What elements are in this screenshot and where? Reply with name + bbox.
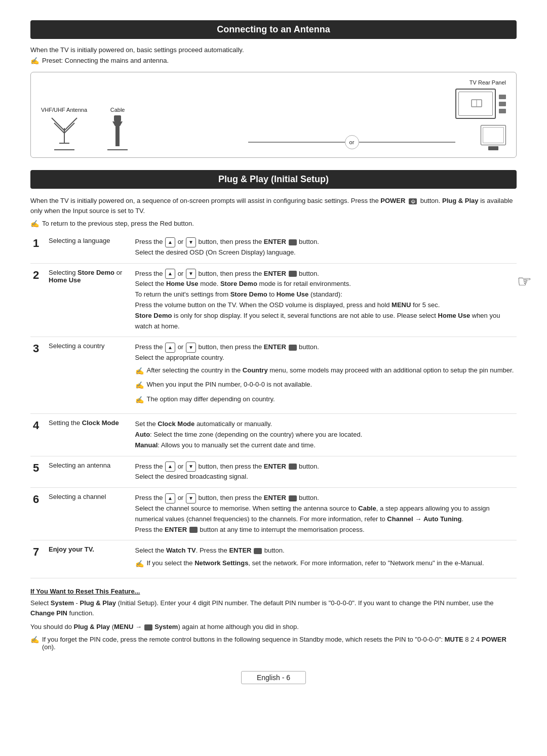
svg-marker-7 [112,121,123,126]
connection-area: or [248,135,455,150]
note-icon: ✍ [30,57,39,65]
vhf-antenna-item: VHF/UHF Antenna [41,107,87,150]
power-icon: ⏻ [408,198,417,205]
svg-line-2 [64,118,77,131]
svg-line-4 [64,123,74,133]
menu-icon [144,624,153,631]
svg-rect-16 [289,464,297,470]
diagram-container: VHF/UHF Antenna Cable [41,79,506,150]
small-tv-stand [488,146,498,150]
steps-table: 1 Selecting a language Press the ▲ or ▼ … [30,232,517,578]
step-3-content: Press the ▲ or ▼ button, then press the … [135,337,517,414]
svg-rect-13 [289,239,297,245]
plug-play-label: Plug & Play [442,197,479,204]
svg-rect-15 [289,345,297,351]
step-2-row: 2 Selecting Store Demo or Home Use Press… [30,263,517,337]
step-7-label: Enjoy your TV. [49,540,135,578]
tv-detail-icon [456,90,496,119]
svg-rect-19 [254,548,262,554]
down-btn-6: ▼ [186,493,196,503]
small-tv [481,125,506,145]
svg-rect-14 [289,271,297,277]
step-1-row: 1 Selecting a language Press the ▲ or ▼ … [30,232,517,263]
step-7-num: 7 [30,540,49,578]
step-4-num: 4 [30,414,49,456]
tv-rect [455,89,496,119]
enter-icon-5 [288,463,297,470]
step-2-label: Selecting Store Demo or Home Use [49,263,135,337]
footer-text: English - 6 [257,674,290,682]
step-4-content: Set the Clock Mode automatically or manu… [135,414,517,456]
step-1-num: 1 [30,232,49,263]
svg-rect-17 [289,495,297,501]
step3-note2: ✍ When you input the PIN number, 0-0-0-0… [135,380,517,391]
step-2-num: 2 [30,263,49,337]
step-5-num: 5 [30,456,49,488]
enter-icon-6 [288,495,297,502]
plug-note: ✍ To return to the previous step, press … [30,220,517,228]
step-3-label: Selecting a country [49,337,135,414]
step-7-content: Select the Watch TV. Press the ENTER but… [135,540,517,578]
step3-note3: ✍ The option may differ depending on cou… [135,394,517,405]
step-6-row: 6 Selecting a channel Press the ▲ or ▼ b… [30,488,517,540]
up-btn-3: ▲ [165,343,175,353]
antenna-group: VHF/UHF Antenna Cable [41,107,248,150]
tv-panel-group: TV Rear Panel [455,79,506,150]
power-btn-icon: ⏻ [407,197,420,204]
up-btn-6: ▲ [165,493,175,503]
reset-title: If You Want to Reset This Feature... [30,587,517,595]
antenna-section: Connecting to an Antenna When the TV is … [30,20,517,158]
down-btn-2: ▼ [186,269,196,279]
step-6-content: Press the ▲ or ▼ button, then press the … [135,488,517,540]
step-3-num: 3 [30,337,49,414]
plug-play-title: Plug & Play (Initial Setup) [30,170,517,189]
down-btn-icon: ▼ [186,237,196,247]
step-5-row: 5 Selecting an antenna Press the ▲ or ▼ … [30,456,517,488]
down-btn-3: ▼ [186,343,196,353]
step-4-row: 4 Setting the Clock Mode Set the Clock M… [30,414,517,456]
step7-note1: ✍ If you select the Network Settings, se… [135,558,517,569]
tv-port-1 [499,95,506,99]
tv-ports-side [499,95,506,113]
or-line-row: or [248,135,455,149]
enter-icon-1 [288,239,297,246]
svg-text:⏻: ⏻ [411,199,415,204]
reset-section: If You Want to Reset This Feature... Sel… [30,587,517,651]
footer-box: English - 6 [241,671,306,684]
enter-icon-2 [288,270,297,277]
reset-text1: Select System - Plug & Play (Initial Set… [30,598,517,619]
antenna-note: ✍ Preset: Connecting the mains and anten… [30,57,517,65]
antenna-diagram: VHF/UHF Antenna Cable [30,72,517,158]
reset-note: ✍ If you forget the PIN code, press the … [30,636,517,651]
page-footer: English - 6 [30,671,517,684]
power-label: POWER [380,197,405,204]
step-5-label: Selecting an antenna [49,456,135,488]
enter-icon-3 [288,344,297,351]
hand-icon: ☞ [517,269,532,295]
step-1-label: Selecting a language [49,232,135,263]
up-btn-2: ▲ [165,269,175,279]
svg-rect-6 [114,115,121,121]
cable-label: Cable [110,107,125,113]
up-btn-5: ▲ [165,461,175,472]
antenna-title: Connecting to an Antenna [30,20,517,39]
svg-rect-20 [144,624,152,631]
down-btn-5: ▼ [186,461,196,472]
step-1-content: Press the ▲ or ▼ button, then press the … [135,232,517,263]
tv-port-2 [499,102,506,106]
step-5-content: Press the ▲ or ▼ button, then press the … [135,456,517,488]
svg-rect-8 [115,126,120,146]
step-6-num: 6 [30,488,49,540]
antenna-intro: When the TV is initially powered on, bas… [30,46,517,54]
cable-item: Cable [107,107,128,150]
small-tv-container [481,125,506,150]
step-6-label: Selecting a channel [49,488,135,540]
svg-line-1 [52,118,64,131]
up-btn-icon: ▲ [165,237,175,247]
step3-note1: ✍ After selecting the country in the Cou… [135,365,517,376]
step-3-row: 3 Selecting a country Press the ▲ or ▼ b… [30,337,517,414]
svg-rect-18 [189,527,198,533]
vhf-label: VHF/UHF Antenna [41,107,87,113]
step-7-row: 7 Enjoy your TV. Select the Watch TV. Pr… [30,540,517,578]
svg-line-3 [54,123,64,133]
